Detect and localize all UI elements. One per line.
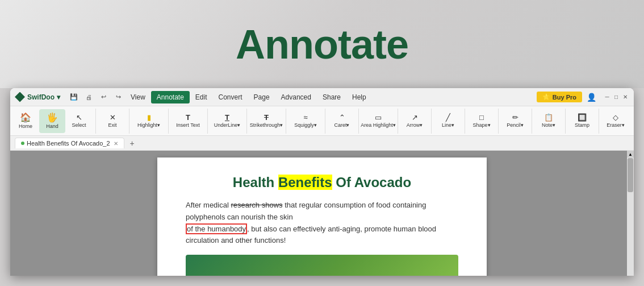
scrollbar-thumb[interactable] — [628, 158, 633, 192]
scrollbar[interactable]: ▲ — [627, 151, 634, 276]
app-window: SwifDoo ▾ 💾 🖨 ↩ ↪ View Annotate Edit Con… — [10, 88, 634, 276]
tool-group-note: 📋 Note▾ — [536, 109, 566, 134]
squiggly-icon: ≈ — [303, 114, 307, 121]
toolbar: 🏠 Home 🖐 Hand ↖ Select ✕ Exit ▮ Highligh… — [10, 106, 634, 136]
app-dropdown-icon[interactable]: ▾ — [57, 93, 60, 101]
shape-icon: □ — [479, 114, 484, 121]
select-button[interactable]: 🖐 Hand — [39, 109, 65, 133]
buy-pro-button[interactable]: ⭐ Buy Pro — [537, 92, 582, 102]
app-logo: SwifDoo ▾ — [15, 92, 60, 102]
doc-image — [186, 255, 458, 276]
hand-icon: 🖐 — [47, 113, 58, 122]
tool-group-line: ╱ Line▾ — [435, 109, 465, 134]
strikethrough-text: research shows — [231, 201, 282, 209]
doc-paragraph: After medical research shows that regula… — [186, 200, 458, 247]
boxed-text: of the humanbody — [186, 223, 247, 234]
tool-group-squiggly: ≈ Squiggly▾ — [290, 109, 325, 134]
logo-icon — [15, 92, 25, 102]
title-bar-controls: 💾 🖨 ↩ ↪ — [67, 91, 125, 103]
tool-group-area-highlight: ▭ Area Highlight▾ — [362, 109, 398, 134]
menu-annotate[interactable]: Annotate — [151, 91, 190, 103]
insert-text-icon: T — [186, 114, 190, 121]
tab-label: Health Benefits Of Avocado_2 — [27, 140, 110, 147]
highlight-icon: ▮ — [147, 114, 151, 121]
strikethrough-button[interactable]: T Strikethrough▾ — [250, 109, 282, 133]
squiggly-button[interactable]: ≈ Squiggly▾ — [290, 109, 321, 133]
tool-group-insert-text: T Insert Text — [172, 109, 208, 134]
menu-edit[interactable]: Edit — [190, 91, 213, 103]
minimize-button[interactable]: ─ — [603, 93, 611, 101]
hero-background: Annotate — [0, 0, 644, 88]
document-area[interactable]: Health Benefits Of Avocado After medical… — [10, 151, 634, 276]
strikethrough-icon: T — [264, 114, 269, 121]
exit-icon: ✕ — [110, 114, 116, 121]
pencil-icon: ✏ — [512, 114, 518, 121]
tab-status-dot — [21, 142, 24, 145]
area-highlight-button[interactable]: ▭ Area Highlight▾ — [362, 109, 394, 133]
highlight-button[interactable]: ▮ Highlight▾ — [133, 109, 165, 133]
doc-tab[interactable]: Health Benefits Of Avocado_2 ✕ — [15, 138, 124, 148]
tab-bar: Health Benefits Of Avocado_2 ✕ + — [10, 136, 634, 151]
arrow-icon: ↗ — [412, 114, 418, 121]
note-button[interactable]: 📋 Note▾ — [536, 109, 562, 133]
tool-group-arrow: ↗ Arrow▾ — [402, 109, 432, 134]
cursor-select-button[interactable]: ↖ Select — [66, 109, 92, 133]
stamp-button[interactable]: 🔲 Stamp — [569, 109, 595, 133]
underline-icon: T — [225, 114, 229, 121]
star-icon: ⭐ — [542, 93, 550, 101]
redo-button[interactable]: ↪ — [111, 91, 125, 103]
app-name: SwifDoo — [27, 93, 55, 101]
document-page: Health Benefits Of Avocado After medical… — [157, 157, 487, 276]
save-button[interactable]: 💾 — [67, 91, 81, 103]
line-button[interactable]: ╱ Line▾ — [435, 109, 461, 133]
insert-text-button[interactable]: T Insert Text — [172, 109, 204, 133]
tool-group-stamp: 🔲 Stamp — [569, 109, 599, 134]
shape-button[interactable]: □ Shape▾ — [469, 109, 495, 133]
hero-title: Annotate — [236, 21, 408, 68]
window-controls: ─ □ ✕ — [603, 93, 629, 101]
heading-highlight: Benefits — [278, 175, 332, 190]
user-icon[interactable]: 👤 — [587, 93, 596, 102]
tool-group-home: 🏠 Home 🖐 Hand ↖ Select — [12, 109, 96, 134]
line-icon: ╱ — [446, 114, 450, 121]
tool-group-pencil: ✏ Pencil▾ — [502, 109, 532, 134]
eraser-button[interactable]: ◇ Eraser▾ — [603, 109, 629, 133]
menu-view[interactable]: View — [125, 91, 151, 103]
menu-help[interactable]: Help — [346, 91, 372, 103]
heading-part2: Of Avocado — [332, 175, 412, 190]
arrow-button[interactable]: ↗ Arrow▾ — [402, 109, 428, 133]
undo-button[interactable]: ↩ — [97, 91, 110, 103]
paragraph-1: After medical — [186, 201, 231, 209]
stamp-icon: 🔲 — [578, 114, 587, 121]
note-icon: 📋 — [544, 114, 553, 121]
tab-close-button[interactable]: ✕ — [114, 140, 118, 147]
menu-share[interactable]: Share — [317, 91, 346, 103]
menu-advanced[interactable]: Advanced — [275, 91, 317, 103]
tool-group-strikethrough: T Strikethrough▾ — [250, 109, 286, 134]
underline-button[interactable]: T UnderLine▾ — [211, 109, 243, 133]
title-bar-right: ⭐ Buy Pro 👤 ─ □ ✕ — [537, 92, 629, 102]
menu-page[interactable]: Page — [248, 91, 275, 103]
menu-convert[interactable]: Convert — [213, 91, 248, 103]
tool-group-exit: ✕ Exit — [99, 109, 129, 134]
area-highlight-icon: ▭ — [375, 114, 382, 121]
maximize-button[interactable]: □ — [612, 93, 620, 101]
scroll-up-arrow[interactable]: ▲ — [627, 151, 634, 157]
tool-group-eraser: ◇ Eraser▾ — [603, 109, 632, 134]
tool-group-caret: ⌃ Caret▾ — [329, 109, 359, 134]
caret-button[interactable]: ⌃ Caret▾ — [329, 109, 355, 133]
pencil-button[interactable]: ✏ Pencil▾ — [502, 109, 528, 133]
eraser-icon: ◇ — [613, 114, 618, 121]
close-button[interactable]: ✕ — [621, 93, 629, 101]
tool-group-highlight: ▮ Highlight▾ — [133, 109, 169, 134]
home-button[interactable]: 🏠 Home — [12, 109, 39, 133]
select-icon: ↖ — [76, 114, 82, 121]
tool-group-underline: T UnderLine▾ — [211, 109, 247, 134]
exit-button[interactable]: ✕ Exit — [99, 109, 126, 133]
heading-part1: Health — [233, 175, 278, 190]
caret-icon: ⌃ — [339, 114, 345, 121]
tab-add-button[interactable]: + — [127, 138, 138, 149]
title-bar: SwifDoo ▾ 💾 🖨 ↩ ↪ View Annotate Edit Con… — [10, 88, 634, 106]
home-icon: 🏠 — [20, 113, 31, 122]
print-button[interactable]: 🖨 — [82, 91, 95, 103]
